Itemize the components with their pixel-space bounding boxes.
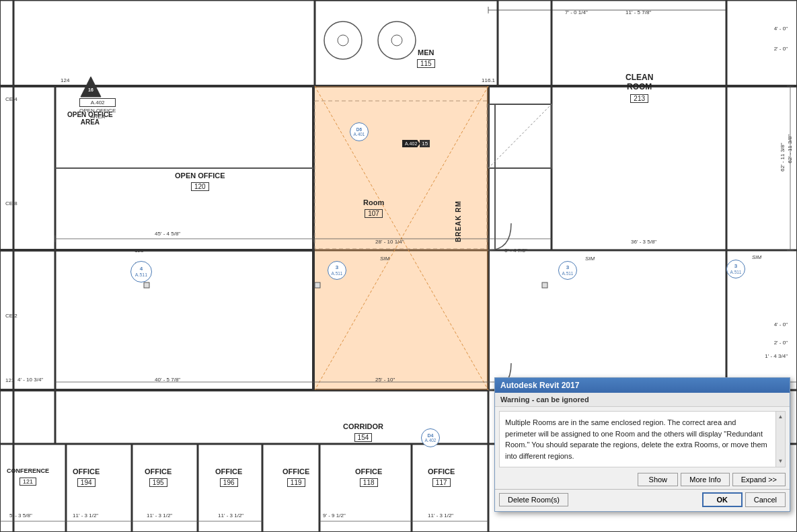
sim-label-left: SIM [380,256,389,262]
dim-h10: 36' - 3 5/8" [631,239,656,245]
dim-bot-2: 11' - 3 1/2" [147,512,172,519]
dim-v1: 62' - 11 3/8" [787,135,793,163]
dialog-scrollbar[interactable]: ▲ ▼ [775,412,785,467]
scroll-up-icon[interactable]: ▲ [777,412,785,422]
dialog-title: Autodesk Revit 2017 [500,381,579,390]
dim-bot-1: 11' - 3 1/2" [73,512,98,519]
expand-button[interactable]: Expand >> [732,473,786,486]
more-info-button[interactable]: More Info [681,473,729,486]
dim-r2: 2' - 0" [774,46,788,52]
dim-h4: 25' - 10" [375,377,395,383]
svg-rect-80 [144,282,149,288]
dim-r5: 1' - 4 3/4" [765,353,788,359]
anno-3-a511-mid: 3 A.511 [558,261,577,280]
delete-rooms-button[interactable]: Delete Room(s) [499,493,568,506]
sim-label-right: SIM [752,254,761,260]
dialog-body: Multiple Rooms are in the same enclosed … [499,411,786,467]
a402-marker: 16 A.402 OPEN OFFICEAREA [79,75,116,120]
room-corridor: CORRIDOR 154 [343,422,383,443]
ok-cancel-group: OK Cancel [702,492,786,507]
dim-top-2: 11' - 5 7/8" [625,9,651,15]
dim-h6: 40' - 5 7/8" [155,377,180,383]
scroll-down-icon[interactable]: ▼ [777,456,785,467]
anno-4-a511: 4 A.511 [130,261,152,282]
dim-h1: 45' - 4 5/8" [155,231,180,237]
dim-r3: 4' - 0" [774,321,788,328]
dim-bot-6: 5' - 3 5/8" [9,512,32,519]
anno-d4-a402: D4 A.402 [421,428,440,447]
break-rm-label: BREAK RM [455,108,462,242]
dim-bot-3: 11' - 3 1/2" [218,512,243,519]
dim-h3: 6' - 4 7/8" [504,248,527,254]
svg-text:124: 124 [61,77,70,83]
svg-text:116.1: 116.1 [482,77,496,83]
warning-text: Warning - can be ignored [500,395,589,404]
room-194: OFFICE 194 [73,467,100,488]
svg-rect-81 [315,282,320,288]
dialog-row2-buttons: Delete Room(s) OK Cancel [495,489,790,511]
dim-bot-4: 9' - 9 1/2" [323,512,346,519]
room-clean-room: CLEANROOM 213 [625,73,653,104]
room-195: OFFICE 195 [145,467,172,488]
sim-label-mid: SIM [585,256,595,262]
dim-bot-5: 11' - 3 1/2" [428,512,453,519]
floor-plan: 116.1 CE 4 CE 8 CE 2 121 124 123 122 62'… [0,0,797,532]
svg-text:62' - 11 3/8": 62' - 11 3/8" [780,143,786,172]
svg-text:CE 2: CE 2 [5,313,17,319]
room-open-office-120: OPEN OFFICE 120 [175,172,225,192]
room-117: OFFICE 117 [428,467,455,488]
anno-3-a511-right: 3 A.511 [726,260,745,278]
dim-r1: 4' - 0" [774,26,788,32]
dialog-titlebar: Autodesk Revit 2017 [495,378,790,393]
room-107: Room 107 [363,198,384,219]
svg-rect-82 [542,282,547,288]
dialog-row1-buttons: Show More Info Expand >> [495,471,790,489]
dim-top-1: 7' - 0 1/4" [565,9,588,15]
room-119: OFFICE 119 [282,467,309,488]
room-men: MEN 115 [417,48,435,69]
svg-text:CE 8: CE 8 [5,200,17,206]
cancel-button[interactable]: Cancel [745,492,786,507]
svg-text:123: 123 [135,248,144,254]
room-196: OFFICE 196 [215,467,242,488]
svg-rect-21 [315,86,488,390]
dialog-box: Autodesk Revit 2017 Warning - can be ign… [494,377,790,512]
room-conference: CONFERENCE 121 [7,467,49,486]
dialog-warning-header: Warning - can be ignored [495,393,790,407]
svg-marker-83 [81,77,101,97]
room-118: OFFICE 118 [355,467,382,488]
dim-h2: 28' - 10 1/4" [375,239,404,245]
svg-text:CE 4: CE 4 [5,96,17,102]
anno-3-a511-left: 3 A.511 [328,261,346,280]
dim-h7: 4' - 10 3/4" [17,377,43,383]
show-button[interactable]: Show [638,473,678,486]
anno-d6-a401: D6 A.401 [350,122,369,141]
svg-text:121: 121 [5,377,15,383]
anno-a402-tag: A.402 15 [402,140,430,147]
svg-text:16: 16 [88,87,93,92]
dialog-message: Multiple Rooms are in the same enclosed … [505,417,780,461]
dim-r4: 2' - 0" [774,340,788,346]
ok-button[interactable]: OK [702,492,743,507]
